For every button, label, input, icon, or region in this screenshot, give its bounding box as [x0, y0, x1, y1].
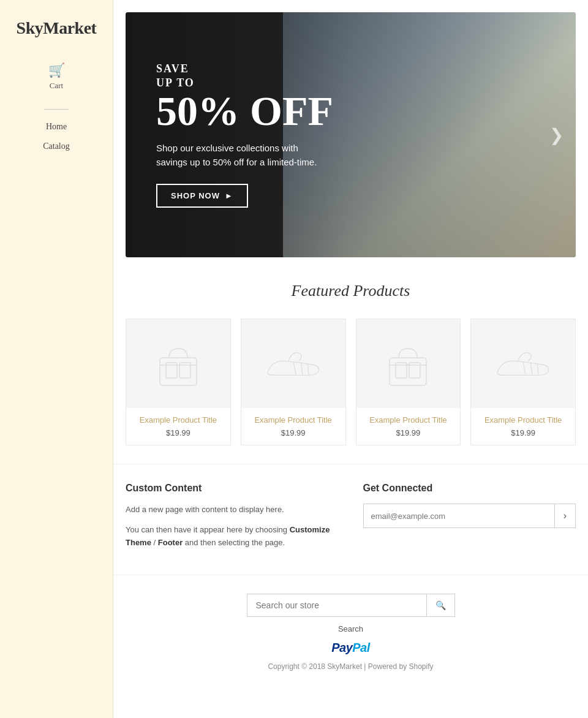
- copyright: Copyright © 2018 SkyMarket | Powered by …: [268, 662, 433, 683]
- product-card-4[interactable]: Example Product Title $19.99: [470, 319, 576, 445]
- hero-description: Shop our exclusive collections with savi…: [156, 142, 328, 169]
- product-info-3: Example Product Title $19.99: [356, 408, 461, 445]
- hero-save-text: SAVEUP TO: [156, 62, 333, 91]
- product-card-3[interactable]: Example Product Title $19.99: [356, 319, 461, 445]
- cart-link[interactable]: 🛒 Cart: [48, 62, 65, 91]
- footer-link[interactable]: Footer: [158, 538, 183, 547]
- customize-theme-link[interactable]: Customize Theme: [126, 525, 330, 547]
- hero-next-arrow-icon[interactable]: ❯: [549, 125, 564, 145]
- svg-line-11: [523, 361, 526, 375]
- sidebar-item-home[interactable]: Home: [46, 122, 67, 132]
- featured-products-title: Featured Products: [126, 282, 576, 300]
- email-submit-button[interactable]: ›: [554, 504, 575, 527]
- svg-line-12: [531, 362, 533, 375]
- sidebar-divider: [44, 109, 69, 110]
- svg-line-13: [537, 364, 538, 375]
- get-connected-title: Get Connected: [363, 483, 576, 494]
- shoe-product-icon-4: [492, 339, 554, 388]
- arrow-right-icon: ►: [225, 191, 233, 200]
- footer-top: Custom Content Add a new page with conte…: [113, 464, 588, 575]
- search-input[interactable]: [247, 594, 426, 616]
- product-image-1: [126, 319, 230, 408]
- product-price-4: $19.99: [478, 428, 568, 437]
- hero-content: SAVEUP TO 50% OFF Shop our exclusive col…: [126, 31, 364, 239]
- product-info-2: Example Product Title $19.99: [241, 408, 345, 445]
- svg-line-4: [293, 361, 296, 375]
- product-card-1[interactable]: Example Product Title $19.99: [126, 319, 231, 445]
- get-connected-column: Get Connected ›: [363, 483, 576, 556]
- site-logo: SkyMarket: [17, 18, 97, 38]
- bag-product-icon: [148, 339, 209, 388]
- product-price-3: $19.99: [364, 428, 453, 437]
- search-icon-button[interactable]: 🔍: [426, 594, 454, 616]
- svg-rect-0: [160, 358, 197, 385]
- product-info-4: Example Product Title $19.99: [471, 408, 575, 445]
- product-title-3: Example Product Title: [364, 415, 453, 425]
- sidebar-item-catalog[interactable]: Catalog: [43, 142, 70, 151]
- svg-rect-7: [390, 358, 426, 385]
- email-subscribe-form: ›: [363, 504, 576, 528]
- cart-icon: 🛒: [48, 62, 65, 78]
- sidebar-nav: Home Catalog: [43, 122, 70, 151]
- product-info-1: Example Product Title $19.99: [126, 408, 230, 445]
- shoe-product-icon-2: [263, 339, 324, 388]
- cart-label: Cart: [50, 81, 63, 91]
- product-price-2: $19.99: [249, 428, 338, 437]
- custom-content-paragraph-2: You can then have it appear here by choo…: [126, 524, 339, 550]
- main-content: SAVEUP TO 50% OFF Shop our exclusive col…: [113, 0, 588, 718]
- product-card-2[interactable]: Example Product Title $19.99: [241, 319, 346, 445]
- paypal-logo: PayPal: [331, 641, 370, 655]
- custom-content-paragraph-1: Add a new page with content to display h…: [126, 504, 339, 516]
- product-title-2: Example Product Title: [249, 415, 338, 425]
- bag-product-icon-3: [377, 339, 439, 388]
- product-image-4: [471, 319, 575, 408]
- custom-content-title: Custom Content: [126, 483, 339, 494]
- svg-line-6: [307, 364, 309, 375]
- search-bar: 🔍: [247, 594, 455, 617]
- hero-shop-now-button[interactable]: SHOP NOW ►: [156, 184, 248, 208]
- sidebar: SkyMarket 🛒 Cart Home Catalog: [0, 0, 113, 718]
- product-price-1: $19.99: [134, 428, 223, 437]
- product-image-2: [241, 319, 345, 408]
- product-title-1: Example Product Title: [134, 415, 223, 425]
- product-title-4: Example Product Title: [478, 415, 568, 425]
- hero-banner: SAVEUP TO 50% OFF Shop our exclusive col…: [126, 12, 576, 257]
- products-grid: Example Product Title $19.99 Exampl: [126, 319, 576, 445]
- email-input[interactable]: [364, 504, 554, 527]
- svg-line-5: [301, 362, 303, 375]
- search-button[interactable]: Search: [338, 624, 363, 633]
- featured-products-section: Featured Products Example Product Title …: [113, 257, 588, 464]
- search-footer: 🔍 Search PayPal Copyright © 2018 SkyMark…: [113, 575, 588, 695]
- custom-content-column: Custom Content Add a new page with conte…: [126, 483, 339, 556]
- product-image-3: [356, 319, 461, 408]
- hero-discount: 50% OFF: [156, 90, 333, 132]
